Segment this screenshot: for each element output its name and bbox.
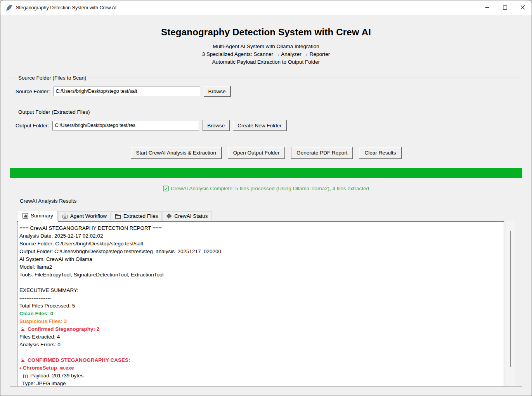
report-line: ------------------ <box>19 294 501 302</box>
report-line: Files Extracted: 4 <box>19 333 501 341</box>
output-folder-input[interactable] <box>52 121 199 130</box>
titlebar: Steganography Detection System with Crew… <box>0 0 532 15</box>
results-body: === CrewAI STEGANOGRAPHY DETECTION REPOR… <box>17 221 515 387</box>
report-line: Output Folder: C:/Users/brigh/Desktop/st… <box>19 248 501 255</box>
window-title: Steganography Detection System with Crew… <box>16 5 116 10</box>
tab-label: Extracted Files <box>123 213 158 219</box>
report-line: Analysis Date: 2025-12-17 02:02:02 <box>19 232 501 240</box>
source-folder-label: Source Folder: <box>16 89 50 94</box>
siren-icon <box>20 327 25 332</box>
subtitle-line: Automatic Payload Extraction to Output F… <box>0 58 532 66</box>
start-analysis-button[interactable]: Start CrewAI Analysis & Extraction <box>131 147 222 159</box>
robot-icon <box>62 213 68 219</box>
progress-bar <box>10 168 522 178</box>
report-line: • ChromeSetup_w.exe <box>19 364 501 372</box>
report-line: CONFIRMED STEGANOGRAPHY CASES: <box>19 356 501 364</box>
source-browse-button[interactable]: Browse <box>204 86 230 97</box>
report-line: Confirmed Steganography: 2 <box>19 325 501 333</box>
python-feather-icon <box>5 4 12 11</box>
maximize-button[interactable] <box>496 0 514 15</box>
report-line: AI System: CrewAI with Ollama <box>19 255 501 263</box>
close-icon <box>520 4 525 11</box>
results-group: CrewAI Analysis Results SummaryAgent Wor… <box>10 198 522 387</box>
progress-fill <box>10 168 522 178</box>
output-folder-group: Output Folder (Extracted Files) Output F… <box>10 109 522 136</box>
tab-crewai-status[interactable]: CrewAI Status <box>162 211 211 221</box>
window-controls <box>478 0 532 15</box>
generate-pdf-report-button[interactable]: Generate PDF Report <box>291 147 353 159</box>
report-line: EXECUTIVE SUMMARY: <box>19 287 501 294</box>
report-line <box>19 279 501 287</box>
tab-label: Summary <box>31 213 53 219</box>
output-browse-button[interactable]: Browse <box>203 120 229 131</box>
scrollbar-thumb[interactable] <box>510 231 511 367</box>
report-line <box>19 349 501 356</box>
open-output-folder-button[interactable]: Open Output Folder <box>228 147 285 159</box>
output-group-legend: Output Folder (Extracted Files) <box>17 109 92 115</box>
package-icon <box>23 373 28 379</box>
create-new-folder-button[interactable]: Create New Folder <box>233 120 286 131</box>
page-title: Steganography Detection System with Crew… <box>0 27 532 38</box>
clear-results-button[interactable]: Clear Results <box>359 147 401 159</box>
report-line: Payload: 201739 bytes <box>19 372 501 380</box>
siren-icon <box>20 358 25 363</box>
close-button[interactable] <box>514 0 532 15</box>
tab-label: Agent Workflow <box>70 213 107 219</box>
report-scrollbar[interactable] <box>506 221 515 387</box>
tab-agent-workflow[interactable]: Agent Workflow <box>58 211 111 221</box>
report-line: Total Files Processed: 5 <box>19 302 501 310</box>
report-line: Source Folder: C:/Users/brigh/Desktop/st… <box>19 240 501 248</box>
subtitle: Multi-Agent AI System with Ollama Integr… <box>0 43 532 66</box>
report-line: Clean Files: 0 <box>19 310 501 318</box>
source-folder-input[interactable] <box>54 87 200 96</box>
output-folder-label: Output Folder: <box>16 123 49 129</box>
results-tabs: SummaryAgent WorkflowExtracted FilesCrew… <box>17 210 515 221</box>
status-message: CrewAI Analysis Complete: 5 files proces… <box>0 186 532 191</box>
bar-chart-icon <box>23 213 28 219</box>
tab-label: CrewAI Status <box>174 213 208 219</box>
report-line: === CrewAI STEGANOGRAPHY DETECTION REPOR… <box>19 224 501 232</box>
minimize-icon <box>485 4 489 11</box>
maximize-icon <box>503 4 507 11</box>
checkbox-checked-icon <box>163 186 171 191</box>
minimize-button[interactable] <box>478 0 496 15</box>
app-window: Steganography Detection System with Crew… <box>0 0 532 396</box>
status-text: CrewAI Analysis Complete: 5 files proces… <box>171 186 369 191</box>
gear-icon <box>166 213 172 219</box>
report-line: Type: JPEG image <box>19 380 501 387</box>
report-text: === CrewAI STEGANOGRAPHY DETECTION REPOR… <box>17 221 504 387</box>
report-line: Suspicious Files: 3 <box>19 318 501 325</box>
tab-extracted-files[interactable]: Extracted Files <box>111 211 162 221</box>
folder-icon <box>115 214 121 219</box>
subtitle-line: Multi-Agent AI System with Ollama Integr… <box>0 43 532 50</box>
source-group-legend: Source Folder (Files to Scan) <box>17 75 88 81</box>
source-folder-group: Source Folder (Files to Scan) Source Fol… <box>10 75 522 102</box>
report-line: Model: llama2 <box>19 263 501 271</box>
report-line: Analysis Errors: 0 <box>19 341 501 349</box>
results-group-legend: CrewAI Analysis Results <box>18 198 78 204</box>
tab-summary[interactable]: Summary <box>18 210 58 222</box>
action-buttons: Start CrewAI Analysis & Extraction Open … <box>0 147 532 159</box>
report-line: Tools: FileEntropyTool, SignatureDetecti… <box>19 271 501 279</box>
subtitle-line: 3 Specialized Agents: Scanner → Analyzer… <box>0 50 532 58</box>
